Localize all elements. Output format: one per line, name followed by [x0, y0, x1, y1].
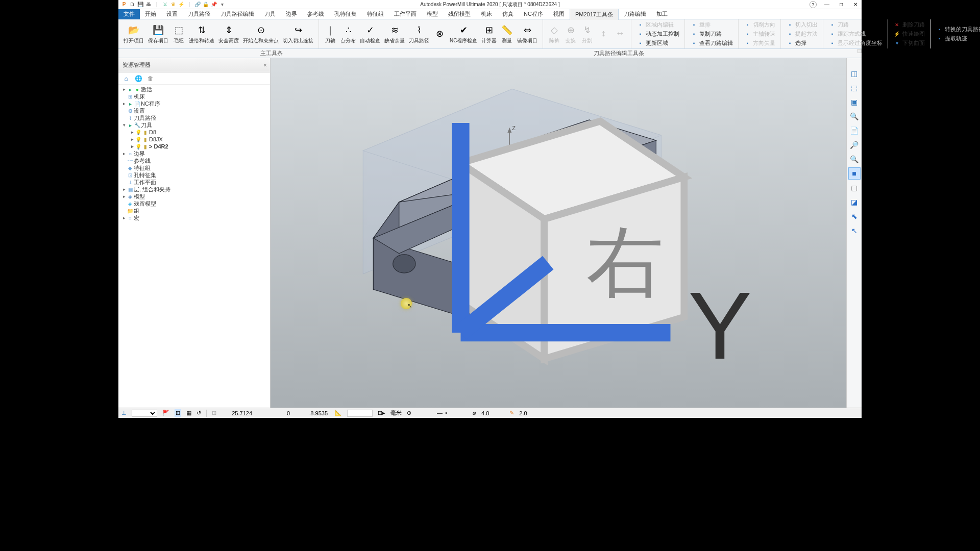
ribbon-缺省余量[interactable]: ≋缺省余量	[382, 23, 407, 45]
ribbon-切入切出连接[interactable]: ↪切入切出连接	[281, 23, 315, 45]
qat-tool-icon[interactable]: ⚔	[161, 1, 168, 8]
qat-pin-icon[interactable]: 📌	[210, 1, 217, 8]
qat-link-icon[interactable]: 🔗	[194, 1, 201, 8]
ribbon-快速绘图[interactable]: ⚡快速绘图	[891, 30, 927, 38]
tree-[interactable]: ⊞机床	[118, 93, 270, 100]
ribbon-删除刀路[interactable]: ✕删除刀路	[891, 20, 927, 29]
sb-grid2-icon[interactable]: ⊞	[212, 410, 216, 416]
3d-viewport[interactable]: Z Y	[271, 58, 846, 408]
tree-[interactable]: ▾▸🔧刀具	[118, 121, 270, 129]
tab-pm2017[interactable]: PM2017工具条	[570, 9, 619, 20]
tab-refline[interactable]: 参考线	[302, 9, 329, 19]
tree-NC[interactable]: ▸▸📄NC程序	[118, 100, 270, 107]
tree-[interactable]: ⚙设置	[118, 107, 270, 114]
ribbon-计算器[interactable]: ⊞计算器	[479, 23, 499, 45]
ribbon-查看刀路编辑[interactable]: ▪查看刀路编辑	[688, 39, 735, 47]
tab-model[interactable]: 模型	[422, 9, 443, 19]
sb-wire-icon[interactable]: ▦	[186, 410, 191, 416]
ribbon-动态加工控制[interactable]: ▪动态加工控制	[634, 30, 681, 38]
collapsed-panel[interactable]	[857, 49, 862, 53]
ribbon-复制刀路[interactable]: ▪复制刀路	[688, 30, 735, 38]
sb-scale-input[interactable]	[347, 410, 373, 417]
ribbon-选择[interactable]: ▪选择	[784, 39, 820, 47]
ribbon-btn[interactable]: ⊗	[431, 27, 448, 42]
sb-workplane-select[interactable]	[132, 410, 157, 417]
sb-target-icon[interactable]: ⊕	[407, 410, 411, 416]
minimize-button[interactable]: —	[823, 1, 831, 8]
ribbon-测量[interactable]: 📏测量	[499, 23, 515, 45]
tab-machine[interactable]: 机床	[476, 9, 497, 19]
tab-workplane[interactable]: 工作平面	[389, 9, 422, 19]
close-button[interactable]: ✕	[851, 1, 860, 8]
tree-[interactable]: ◈残留模型	[118, 200, 270, 207]
tab-ncprog[interactable]: NC程序	[519, 9, 548, 19]
sb-unit-icon[interactable]: ⊞▸	[378, 410, 385, 416]
ribbon-下切曲面[interactable]: ▾下切曲面	[891, 39, 927, 47]
explorer-delete-icon[interactable]: 🗑	[146, 74, 155, 83]
tab-settings[interactable]: 设置	[161, 9, 183, 19]
sb-grid-icon[interactable]: ⊞	[175, 409, 181, 417]
tab-tool[interactable]: 刀具	[259, 9, 281, 19]
tree-[interactable]: ⌇刀具路径	[118, 114, 270, 121]
ribbon-NC程序检查[interactable]: ✔NC程序检查	[448, 23, 479, 45]
resource-explorer: 资源管理器 × ⌂ 🌐 🗑 ▸▸●激活⊞机床▸▸📄NC程序⚙设置⌇刀具路径▾▸🔧…	[118, 58, 271, 408]
sb-snap-icon[interactable]: ↺	[197, 410, 201, 416]
sb-flag-icon[interactable]: 🚩	[162, 410, 169, 416]
tab-stock[interactable]: 残留模型	[443, 9, 476, 19]
ribbon-毛坯[interactable]: ⬚毛坯	[170, 23, 187, 45]
tab-feature[interactable]: 特征组	[362, 9, 389, 19]
help-icon[interactable]: ?	[810, 1, 817, 8]
ribbon-安全高度[interactable]: ⇕安全高度	[216, 23, 241, 45]
ribbon-镜像项目[interactable]: ⇔镜像项目	[515, 23, 540, 45]
ribbon-刀轴[interactable]: ｜刀轴	[322, 23, 338, 45]
tab-sim[interactable]: 仿真	[497, 9, 519, 19]
ribbon-保存项目[interactable]: 💾保存项目	[146, 23, 170, 45]
tab-hole[interactable]: 孔特征集	[329, 9, 362, 19]
tab-file[interactable]: 文件	[118, 9, 140, 19]
tab-machining[interactable]: 加工	[651, 9, 673, 19]
tab-start[interactable]: 开始	[140, 9, 161, 19]
ribbon-group-col2: ▪重排▪复制刀路▪查看刀路编辑	[685, 19, 739, 48]
tab-pathedit[interactable]: 刀路编辑	[619, 9, 651, 19]
tree-D8JX[interactable]: ▸💡▮D8JX	[118, 136, 270, 143]
tab-toolpath[interactable]: 刀具路径	[183, 9, 215, 19]
ribbon-点分布[interactable]: ∴点分布	[338, 23, 358, 45]
explorer-toolbar: ⌂ 🌐 🗑	[118, 72, 270, 85]
qat-bolt-icon[interactable]: ⚡	[178, 1, 185, 8]
tree-[interactable]: ▸◈模型	[118, 193, 270, 200]
qat-new-icon[interactable]: 🗋	[129, 1, 136, 8]
tree-D8[interactable]: ▸💡▮D8	[118, 129, 270, 136]
ribbon-进给和转速[interactable]: ⇅进给和转速	[187, 23, 216, 45]
tree-[interactable]: ▸▸●激活	[118, 86, 270, 93]
tree-[interactable]: ⊡孔特征集	[118, 171, 270, 179]
ribbon-更新区域[interactable]: ▪更新区域	[634, 39, 681, 47]
tab-view[interactable]: 视图	[548, 9, 570, 19]
explorer-globe-icon[interactable]: 🌐	[134, 74, 143, 83]
tree-[interactable]: 📁组	[118, 207, 270, 214]
tab-toolpath-edit[interactable]: 刀具路径编辑	[215, 9, 259, 19]
qat-print-icon[interactable]: 🖶	[145, 1, 152, 8]
tree-[interactable]: ▸≡宏	[118, 214, 270, 221]
sb-workplane-icon[interactable]: ⊥	[121, 410, 127, 416]
maximize-button[interactable]: □	[837, 1, 845, 8]
explorer-tree[interactable]: ▸▸●激活⊞机床▸▸📄NC程序⚙设置⌇刀具路径▾▸🔧刀具▸💡▮D8▸💡▮D8JX…	[118, 85, 270, 408]
tree-[interactable]: ◆特征组	[118, 164, 270, 171]
ribbon-自动检查[interactable]: ✓自动检查	[358, 23, 382, 45]
tab-boundary[interactable]: 边界	[281, 9, 302, 19]
explorer-home-icon[interactable]: ⌂	[121, 74, 131, 83]
ribbon-打开项目[interactable]: 📂打开项目	[121, 23, 146, 45]
explorer-title: 资源管理器	[122, 61, 151, 69]
tree-D4R2[interactable]: ▸💡▮> D4R2	[118, 143, 270, 150]
tree-[interactable]: ▸○边界	[118, 150, 270, 157]
sb-scale-icon[interactable]: 📐	[335, 410, 342, 416]
tree-[interactable]: ⊥工作平面	[118, 179, 270, 186]
qat-crown-icon[interactable]: ♛	[169, 1, 177, 8]
qat-lock-icon[interactable]: 🔒	[202, 1, 209, 8]
qat-save-icon[interactable]: 💾	[137, 1, 144, 8]
ribbon-开始点和束来点[interactable]: ⊙开始点和束来点	[241, 23, 281, 45]
ribbon-刀具路径[interactable]: ⌇刀具路径	[407, 23, 431, 45]
tree-[interactable]: 〰参考线	[118, 157, 270, 164]
qat-dropdown-icon[interactable]: ▾	[218, 1, 226, 8]
tree-[interactable]: ▸▦层, 组合和夹持	[118, 186, 270, 193]
sb-key-icon[interactable]: —⊸	[437, 410, 447, 416]
